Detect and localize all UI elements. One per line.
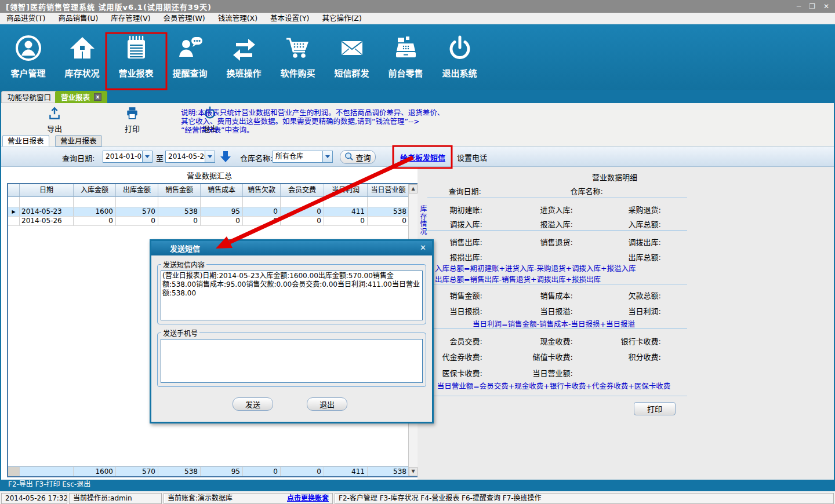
export-button[interactable]: 导出 [37, 106, 72, 133]
header-sales-cost[interactable]: 销售成本 [201, 184, 243, 196]
detail-panel: 营业数据明细 查询日期: 仓库名称: 期初建账:进货入库:采购退货: 调拨入库:… [418, 167, 834, 480]
menu-item-settings[interactable]: 基本设置(Y) [264, 13, 315, 24]
menu-item-inventory[interactable]: 库存管理(V) [104, 13, 157, 24]
dialog-exit-button[interactable]: 退出 [307, 397, 347, 411]
sms-phone-legend: 发送手机号 [161, 328, 199, 338]
toolbar-button-customer[interactable]: 客户管理 [1, 24, 55, 90]
toolbar-label: 软件购买 [280, 67, 315, 79]
minimize-button[interactable]: ─ [797, 2, 801, 10]
header-sales-debt[interactable]: 销售欠款 [243, 184, 281, 196]
header-day-profit[interactable]: 当日利润 [324, 184, 368, 196]
toolbar-button-pos[interactable]: 前台零售 [379, 24, 433, 90]
date-to-value: 2014-05-26 [166, 151, 205, 162]
customer-icon [14, 32, 42, 64]
print-label: 打印 [125, 123, 140, 134]
divider [427, 396, 687, 396]
tab-monthly-report[interactable]: 营业月报表 [55, 135, 102, 147]
selected-row-marker-icon: ▶ [8, 207, 20, 216]
inventory-side-tab[interactable]: 库存情况 [419, 205, 428, 235]
header-member-fee[interactable]: 会员交费 [281, 184, 324, 196]
send-button[interactable]: 发送 [233, 397, 273, 411]
menu-item-cashflow[interactable]: 钱流管理(X) [212, 13, 264, 24]
print-button[interactable]: 打印 [114, 106, 150, 133]
report-sub-toolbar: 导出 打印 退出 说明:本报表只统计营业数据和营业产生的利润。不包括商品调价差异… [1, 103, 834, 135]
send-sms-to-boss-link[interactable]: 给老板发短信 [400, 152, 445, 163]
window-left-border [0, 90, 1, 490]
toolbar-button-exit[interactable]: 退出系统 [433, 24, 487, 90]
dialog-close-icon[interactable]: ✕ [420, 243, 426, 252]
sms-content-textarea[interactable]: (营业日报表)日期:2014-05-23入库金额:1600.00出库金额:570… [161, 271, 423, 320]
menu-item-members[interactable]: 会员管理(W) [157, 13, 212, 24]
detail-query-date-label: 查询日期: [427, 185, 481, 196]
table-row[interactable]: 2014-05-26 0 0 0 0 0 0 0 0 [8, 217, 418, 226]
date-to-combobox[interactable]: 2014-05-26 [165, 151, 215, 163]
report-tab-strip: 营业日报表 营业月报表 [1, 135, 834, 147]
divider [427, 284, 687, 284]
toolbar-button-purchase[interactable]: 软件购买 [271, 24, 325, 90]
table-totals-row: 1600 570 538 95 0 0 411 538 [8, 466, 409, 476]
print-icon [125, 106, 139, 122]
header-day-turnover[interactable]: 当日营业额 [368, 184, 409, 196]
detail-print-button[interactable]: 打印 [634, 402, 676, 415]
tab-navigation-window[interactable]: 功能导航窗口 [1, 91, 57, 103]
pos-icon [392, 32, 420, 64]
tab-close-icon[interactable]: x [94, 93, 101, 101]
toolbar-button-sms[interactable]: 短信群发 [325, 24, 379, 90]
sms-icon [338, 32, 366, 64]
chevron-down-icon[interactable] [205, 151, 215, 162]
warehouse-combobox[interactable]: 所有仓库 [273, 151, 333, 163]
menu-item-sales[interactable]: 商品销售(U) [52, 13, 104, 24]
table-row[interactable]: ▶ 2014-05-23 1600 570 538 95 0 0 411 538 [8, 207, 418, 217]
header-in-amount[interactable]: 入库金额 [74, 184, 116, 196]
search-button[interactable]: 查询 [340, 150, 376, 164]
tab-business-report[interactable]: 营业报表 x [55, 91, 107, 103]
date-from-combobox[interactable]: 2014-01-01 [103, 151, 153, 163]
sms-content-group: 发送短信内容 (营业日报表)日期:2014-05-23入库金额:1600.00出… [157, 260, 426, 324]
menu-item-other[interactable]: 其它操作(Z) [315, 13, 368, 24]
toolbar-button-inventory[interactable]: 库存状况 [55, 24, 109, 90]
toolbar-label: 换班操作 [226, 67, 261, 79]
scroll-down-icon[interactable]: ▼ [409, 467, 418, 476]
status-time: 2014-05-26 17:32:04 [1, 493, 67, 504]
status-account: 当前账套:演示数据库 点击更换账套 [164, 493, 333, 504]
report-description: 说明:本报表只统计营业数据和营业产生的利润。不包括商品调价差异、退货差价、 其它… [181, 108, 459, 134]
warehouse-label: 仓库名称: [240, 152, 273, 163]
toolbar-label: 营业报表 [118, 67, 153, 79]
toolbar-label: 库存状况 [64, 67, 99, 79]
tab-label: 营业报表 [61, 92, 90, 103]
tab-daily-report[interactable]: 营业日报表 [2, 135, 49, 147]
table-filter-row [8, 197, 418, 207]
restore-button[interactable]: ❐ [809, 2, 815, 10]
report-description-line2: 其它收入、费用支出这些数据。如果需要更精确的数据,请到“钱流管理”--> [181, 117, 459, 126]
toolbar-button-shift[interactable]: 换班操作 [217, 24, 271, 90]
toolbar-label: 客户管理 [10, 67, 45, 79]
search-icon [344, 152, 354, 163]
warehouse-value: 所有仓库 [273, 151, 322, 162]
toolbar-button-reminder[interactable]: 提醒查询 [163, 24, 217, 90]
dialog-title-bar[interactable]: 发送短信 ✕ [151, 241, 432, 255]
toolbar-label: 前台零售 [388, 67, 423, 79]
chevron-down-icon[interactable] [142, 151, 152, 162]
detail-warehouse-label: 仓库名称: [533, 185, 603, 196]
divider [427, 328, 687, 329]
reminder-icon [176, 32, 204, 64]
scroll-up-icon[interactable]: ▲ [409, 184, 418, 193]
detail-row: 代金券收费:储值卡收费:积分收费: [427, 351, 687, 362]
toolbar-button-report[interactable]: 营业报表 [109, 24, 163, 90]
sms-phone-textarea[interactable] [161, 339, 423, 383]
sms-content-legend: 发送短信内容 [161, 260, 206, 269]
document-tab-strip: 功能导航窗口 营业报表 x [0, 90, 835, 103]
formula-in-total: 入库总额=期初建账+进货入库-采购退货+调拨入库+报溢入库 [435, 262, 636, 273]
phone-setting-label[interactable]: 设置电话 [457, 152, 487, 163]
switch-account-link[interactable]: 点击更换账套 [287, 494, 329, 503]
summary-title: 营业数据汇总 [1, 170, 418, 181]
menu-item-purchase[interactable]: 商品进货(T) [0, 13, 52, 24]
close-button[interactable]: ✕ [823, 2, 829, 10]
detail-row: 报损出库:出库总额: [427, 251, 687, 262]
chevron-down-icon[interactable] [322, 151, 332, 162]
header-out-amount[interactable]: 出库金额 [116, 184, 158, 196]
status-operator: 当前操作员:admin [69, 493, 162, 504]
header-sales-amount[interactable]: 销售金额 [158, 184, 201, 196]
header-date[interactable]: 日期 [20, 184, 74, 196]
table-header-row: 日期 入库金额 出库金额 销售金额 销售成本 销售欠款 会员交费 当日利润 当日… [8, 184, 418, 197]
